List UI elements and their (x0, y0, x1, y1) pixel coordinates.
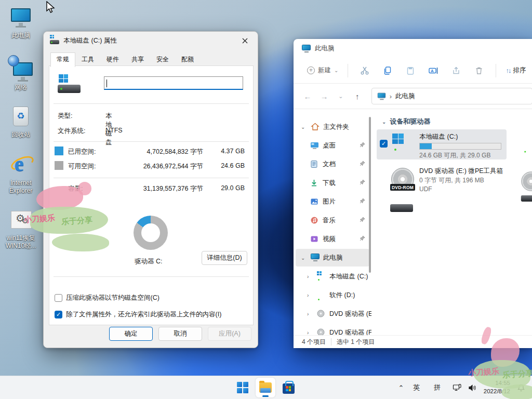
desktop-icon-label: 回收站 (1, 131, 41, 139)
copy-button[interactable] (376, 62, 399, 79)
drive-item-dvd-e[interactable]: DVD-ROM DVD 驱动器 (E:) 微PE工具箱 0 字节 可用, 共 1… (377, 164, 507, 196)
explorer-titlebar[interactable]: 此电脑 (294, 39, 532, 58)
store-icon (283, 383, 295, 394)
sidebar-scrollbar[interactable] (369, 117, 371, 273)
tree-collapse-icon[interactable]: › (307, 292, 313, 298)
index-checkbox[interactable]: ✓ (55, 311, 62, 318)
taskbar-clock[interactable]: 14:55 2022/8/12 (482, 379, 512, 395)
drive-filesystem: UDF (419, 185, 432, 193)
tab-tools[interactable]: 工具 (75, 52, 100, 66)
recent-locations-button[interactable]: ⌄ (333, 88, 349, 104)
tree-collapse-icon[interactable]: › (307, 330, 313, 336)
taskbar-file-explorer[interactable] (256, 378, 275, 397)
sidebar-item-desktop[interactable]: 桌面 (296, 137, 369, 154)
gears-icon: ⚙⚙ (9, 209, 33, 233)
up-button[interactable]: ↑ (350, 88, 365, 104)
address-bar[interactable]: › 此电脑 (371, 88, 532, 104)
sidebar-item-videos[interactable]: 视频 (296, 230, 369, 248)
ok-button[interactable]: 确定 (109, 327, 153, 341)
tray-chevron-up[interactable]: ⌃ (394, 379, 408, 396)
item-checkbox[interactable]: ✓ (380, 140, 388, 148)
sidebar-item-music[interactable]: 音乐 (296, 211, 369, 229)
volume-label-input[interactable] (104, 76, 243, 90)
sidebar-item-label: 下载 (323, 179, 336, 188)
new-button[interactable]: + 新建 ⌄ (303, 63, 342, 78)
cut-button[interactable] (353, 62, 376, 79)
network-icon[interactable] (450, 379, 464, 396)
desktop-icon-network[interactable]: 网络 (1, 58, 41, 91)
general-tab-page: 类型: 本地磁盘 文件系统: NTFS 已用空间: 4,702,584,832 … (49, 65, 254, 325)
tab-quota[interactable]: 配额 (175, 52, 200, 66)
properties-dialog: 本地磁盘 (C:) 属性 常规 工具 硬件 共享 安全 配额 类型: 本地磁盘 … (43, 31, 258, 348)
sidebar-item-this-pc[interactable]: ⌄ 此电脑 (296, 249, 369, 267)
sidebar-item-label: 本地磁盘 (C:) (329, 272, 368, 281)
notifications-bell-icon[interactable] (514, 379, 528, 396)
sidebar-item-dvd-e[interactable]: › DVD 驱动器 (E:) (296, 305, 369, 323)
rename-button[interactable]: A (422, 62, 445, 79)
start-button[interactable] (233, 378, 252, 397)
tab-security[interactable]: 安全 (150, 52, 175, 66)
desktop-icon-recycle-bin[interactable]: ♻ 回收站 (1, 105, 41, 139)
toolbar-separator (348, 64, 348, 77)
sidebar-item-home[interactable]: ⌄ 主文件夹 (296, 118, 369, 136)
dvd-drive-icon: DVD-ROM (390, 168, 415, 190)
pin-icon (360, 142, 365, 149)
index-checkbox-row[interactable]: ✓ 除了文件属性外，还允许索引此驱动器上文件的内容(I) (55, 310, 221, 319)
desktop-icon-label: win11恢复WIN10经... (1, 234, 41, 250)
tab-sharing[interactable]: 共享 (125, 52, 150, 66)
sidebar-item-drive-d[interactable]: › 软件 (D:) (296, 286, 369, 304)
volume-icon[interactable] (466, 379, 480, 396)
network-icon (9, 58, 33, 82)
dialog-tabs: 常规 工具 硬件 共享 安全 配额 (44, 49, 258, 66)
desktop-icon-this-pc[interactable]: 此电脑 (1, 6, 41, 39)
paste-button[interactable] (399, 62, 422, 79)
apply-button[interactable]: 应用(A) (208, 327, 251, 341)
taskbar-microsoft-store[interactable] (278, 378, 298, 397)
delete-button[interactable] (468, 62, 490, 79)
share-button[interactable] (445, 62, 468, 79)
back-button[interactable]: ← (300, 88, 315, 104)
sidebar-item-drive-c[interactable]: › 本地磁盘 (C:) (296, 268, 369, 285)
pin-icon (360, 179, 365, 187)
desktop-icon-label: Internet Explorer (1, 179, 41, 195)
tray-lang-english[interactable]: 英 (410, 379, 423, 396)
sidebar-item-dvd-f[interactable]: › DVD 驱动器 (F:) (296, 324, 369, 335)
tab-general[interactable]: 常规 (50, 52, 75, 67)
details-button[interactable]: 详细信息(D) (202, 251, 247, 265)
group-header-devices[interactable]: ⌄ 设备和驱动器 (382, 117, 532, 126)
tree-expand-icon[interactable]: ⌄ (301, 124, 307, 130)
sort-button[interactable]: ↑↓ 排序 (501, 63, 530, 78)
cancel-button[interactable]: 取消 (158, 327, 202, 341)
downloads-icon (310, 179, 319, 187)
compress-checkbox[interactable] (55, 294, 62, 302)
drive-info: 24.6 GB 可用, 共 29.0 GB (419, 151, 490, 160)
close-button[interactable] (236, 34, 254, 47)
dialog-buttons: 确定 取消 应用(A) (109, 327, 251, 341)
music-icon (310, 216, 319, 224)
toolbar-separator (496, 64, 496, 77)
file-explorer-icon (259, 382, 272, 393)
tree-collapse-icon[interactable]: › (307, 311, 313, 317)
desktop-icon-internet-explorer[interactable]: Internet Explorer (1, 154, 41, 195)
breadcrumb-chevron-icon: › (390, 92, 392, 100)
drive-usage-fill (420, 143, 432, 149)
sidebar-item-downloads[interactable]: 下载 (296, 174, 369, 192)
taskbar: ⌃ 英 拼 14:55 2022/8/12 (0, 376, 532, 399)
desktop-icon-win11-restore[interactable]: ⚙⚙ win11恢复WIN10经... (1, 209, 41, 250)
internet-explorer-icon (9, 154, 33, 178)
explorer-toolbar: + 新建 ⌄ A ↑↓ (294, 58, 532, 84)
drive-item-c[interactable]: ✓ 本地磁盘 (C:) 24.6 GB 可用, 共 29.0 GB (377, 129, 507, 159)
tray-ime-pinyin[interactable]: 拼 (431, 379, 444, 396)
rename-icon: A (428, 66, 438, 75)
tree-expand-icon[interactable]: ⌄ (301, 255, 307, 261)
dialog-titlebar[interactable]: 本地磁盘 (C:) 属性 (44, 32, 258, 49)
sidebar-item-pictures[interactable]: 图片 (296, 193, 369, 210)
paste-icon (406, 66, 415, 75)
sidebar-item-label: 桌面 (323, 141, 336, 150)
breadcrumb-this-pc[interactable]: 此电脑 (395, 92, 415, 101)
tree-collapse-icon[interactable]: › (307, 274, 313, 280)
tab-hardware[interactable]: 硬件 (100, 52, 125, 66)
forward-button[interactable]: → (316, 88, 332, 104)
compress-checkbox-row[interactable]: 压缩此驱动器以节约磁盘空间(C) (55, 294, 159, 302)
sidebar-item-documents[interactable]: 文档 (296, 155, 369, 173)
